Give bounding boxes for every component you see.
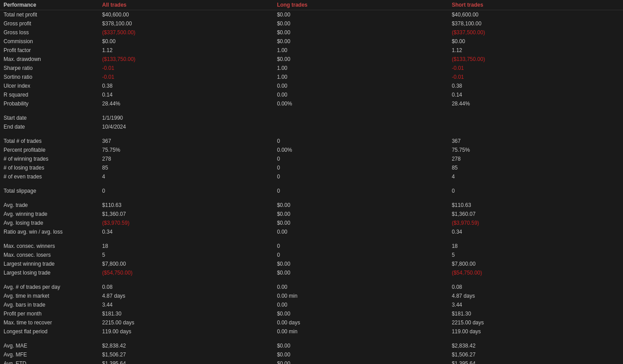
row-label: Avg. ETD: [0, 359, 99, 364]
row-short-value: $378,100.00: [448, 19, 623, 28]
row-label: Percent profitable: [0, 146, 99, 154]
row-long-value: 0.00 min: [273, 291, 448, 300]
table-row: Largest losing trade($54,750.00)$0.00($5…: [0, 268, 623, 277]
table-row: Ulcer index0.380.000.38: [0, 81, 623, 90]
row-short-value: $0.00: [448, 37, 623, 46]
table-row: Avg. MAE$2,838.42$0.00$2,838.42: [0, 341, 623, 350]
row-label: Total net profit: [0, 10, 99, 20]
row-all-value: $110.63: [99, 201, 274, 210]
table-row: Avg. winning trade$1,360.07$0.00$1,360.0…: [0, 210, 623, 218]
spacer-row: [0, 195, 623, 201]
table-row: Avg. trade$110.63$0.00$110.63: [0, 201, 623, 210]
row-label: Avg. # of trades per day: [0, 283, 99, 291]
table-row: Max. time to recover2215.00 days0.00 day…: [0, 318, 623, 327]
spacer-row: [0, 181, 623, 186]
row-all-value: 0.14: [99, 90, 274, 99]
row-label: Largest losing trade: [0, 268, 99, 277]
row-label: Avg. trade: [0, 201, 99, 210]
row-long-value: 0: [273, 172, 448, 181]
row-long-value: $0.00: [273, 350, 448, 359]
row-label: Avg. time in market: [0, 291, 99, 300]
table-row: Largest winning trade$7,800.00$0.00$7,80…: [0, 259, 623, 268]
row-short-value: $110.63: [448, 201, 623, 210]
row-all-value: $40,600.00: [99, 10, 274, 20]
table-row: R squared0.140.000.14: [0, 90, 623, 99]
row-all-value: ($3,970.59): [99, 218, 274, 227]
table-row: Avg. MFE$1,506.27$0.00$1,506.27: [0, 350, 623, 359]
spacer-row: [0, 236, 623, 242]
row-all-value: ($54,750.00): [99, 268, 274, 277]
row-long-value: 1.00: [273, 73, 448, 81]
row-long-value: $0.00: [273, 359, 448, 364]
table-row: Avg. time in market4.87 days0.00 min4.87…: [0, 291, 623, 300]
table-row: Longest flat period119.00 days0.00 min11…: [0, 327, 623, 336]
row-long-value: $0.00: [273, 210, 448, 218]
row-all-value: 28.44%: [99, 99, 274, 108]
table-row: Total slippage000: [0, 186, 623, 195]
row-label: Avg. losing trade: [0, 218, 99, 227]
table-row: Profit per month$181.30$0.00$181.30: [0, 309, 623, 318]
row-all-value: 119.00 days: [99, 327, 274, 336]
row-short-value: -0.01: [448, 73, 623, 81]
row-short-value: 278: [448, 154, 623, 163]
row-short-value: $2,838.42: [448, 341, 623, 350]
row-all-value: 5: [99, 251, 274, 259]
row-all-value: $1,395.64: [99, 359, 274, 364]
row-short-value: 367: [448, 137, 623, 146]
row-all-value: $2,838.42: [99, 341, 274, 350]
row-all-value: 75.75%: [99, 146, 274, 154]
header-performance: Performance: [0, 0, 99, 10]
row-long-value: 0: [273, 163, 448, 172]
row-label: Sharpe ratio: [0, 64, 99, 73]
row-all-value: $378,100.00: [99, 19, 274, 28]
row-label: Sortino ratio: [0, 73, 99, 81]
table-row: Gross loss($337,500.00)$0.00($337,500.00…: [0, 28, 623, 37]
row-label: Ulcer index: [0, 81, 99, 90]
row-short-value: 18: [448, 242, 623, 251]
row-all-value: 1.12: [99, 46, 274, 55]
row-long-value: $0.00: [273, 55, 448, 64]
row-label: End date: [0, 122, 99, 131]
row-long-value: 0.00 days: [273, 318, 448, 327]
row-short-value: ($133,750.00): [448, 55, 623, 64]
row-label: # of losing trades: [0, 163, 99, 172]
table-row: Max. drawdown($133,750.00)$0.00($133,750…: [0, 55, 623, 64]
row-long-value: 1.00: [273, 64, 448, 73]
row-all-value: 4: [99, 172, 274, 181]
row-long-value: 0: [273, 251, 448, 259]
row-all-value: $7,800.00: [99, 259, 274, 268]
row-long-value: 1.00: [273, 46, 448, 55]
header-short-trades: Short trades: [448, 0, 623, 10]
row-label: Max. drawdown: [0, 55, 99, 64]
spacer-row: [0, 336, 623, 341]
row-label: Max. time to recover: [0, 318, 99, 327]
row-short-value: 4: [448, 172, 623, 181]
row-short-value: 2215.00 days: [448, 318, 623, 327]
row-all-value: ($133,750.00): [99, 55, 274, 64]
row-label: Gross profit: [0, 19, 99, 28]
table-row: Max. consec. winners18018: [0, 242, 623, 251]
row-label: Max. consec. winners: [0, 242, 99, 251]
spacer-row: [0, 277, 623, 283]
row-long-value: $0.00: [273, 28, 448, 37]
row-short-value: $1,360.07: [448, 210, 623, 218]
row-short-value: ($54,750.00): [448, 268, 623, 277]
row-all-value: 85: [99, 163, 274, 172]
table-row: Ratio avg. win / avg. loss0.340.000.34: [0, 227, 623, 236]
row-all-value: $1,360.07: [99, 210, 274, 218]
table-row: Total net profit$40,600.00$0.00$40,600.0…: [0, 10, 623, 20]
table-row: # of losing trades85085: [0, 163, 623, 172]
row-label: Profit factor: [0, 46, 99, 55]
spacer-row: [0, 131, 623, 137]
row-all-value: 0: [99, 186, 274, 195]
row-short-value: 0.34: [448, 227, 623, 236]
row-long-value: 0: [273, 186, 448, 195]
row-short-value: $1,506.27: [448, 350, 623, 359]
row-long-value: $0.00: [273, 218, 448, 227]
row-long-value: $0.00: [273, 259, 448, 268]
table-row: Commission$0.00$0.00$0.00: [0, 37, 623, 46]
row-short-value: $7,800.00: [448, 259, 623, 268]
row-short-value: 3.44: [448, 300, 623, 309]
performance-table: Performance All trades Long trades Short…: [0, 0, 623, 364]
row-all-value: $1,506.27: [99, 350, 274, 359]
